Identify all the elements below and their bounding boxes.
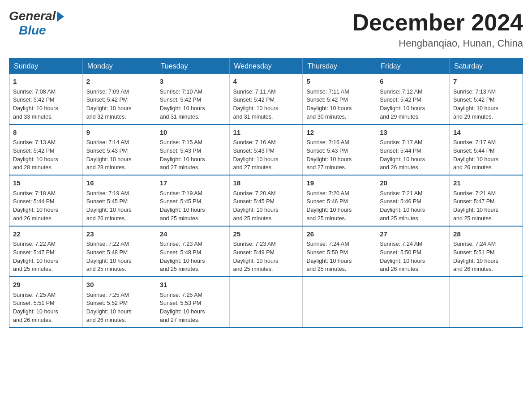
calendar-cell: 11Sunrise: 7:16 AM Sunset: 5:43 PM Dayli… [229,124,303,176]
day-info: Sunrise: 7:20 AM Sunset: 5:46 PM Dayligh… [306,189,372,223]
day-number: 4 [233,77,299,87]
location: Hengbanqiao, Hunan, China [352,38,523,49]
day-number: 23 [86,229,152,240]
day-info: Sunrise: 7:25 AM Sunset: 5:51 PM Dayligh… [13,291,79,325]
logo-general-text: General [9,9,56,23]
day-info: Sunrise: 7:13 AM Sunset: 5:42 PM Dayligh… [453,88,519,121]
day-number: 6 [380,77,446,87]
calendar-cell: 24Sunrise: 7:23 AM Sunset: 5:48 PM Dayli… [156,226,229,277]
day-number: 14 [453,128,519,138]
day-info: Sunrise: 7:24 AM Sunset: 5:50 PM Dayligh… [380,240,446,274]
day-number: 21 [453,178,519,188]
day-number: 7 [453,77,519,87]
day-info: Sunrise: 7:16 AM Sunset: 5:43 PM Dayligh… [306,138,372,172]
day-info: Sunrise: 7:10 AM Sunset: 5:42 PM Dayligh… [160,88,226,121]
day-number: 19 [306,178,372,188]
calendar-cell: 12Sunrise: 7:16 AM Sunset: 5:43 PM Dayli… [303,124,376,176]
day-number: 3 [160,77,226,87]
day-info: Sunrise: 7:24 AM Sunset: 5:51 PM Dayligh… [453,240,519,274]
calendar-cell: 30Sunrise: 7:25 AM Sunset: 5:52 PM Dayli… [82,277,156,327]
day-number: 27 [380,229,446,240]
calendar-cell: 10Sunrise: 7:15 AM Sunset: 5:43 PM Dayli… [156,124,229,176]
day-info: Sunrise: 7:25 AM Sunset: 5:52 PM Dayligh… [86,291,152,325]
calendar-header-tuesday: Tuesday [156,59,229,74]
calendar-header-monday: Monday [82,59,156,74]
calendar-cell: 3Sunrise: 7:10 AM Sunset: 5:42 PM Daylig… [156,74,229,124]
calendar-cell: 31Sunrise: 7:25 AM Sunset: 5:53 PM Dayli… [156,277,229,327]
day-info: Sunrise: 7:11 AM Sunset: 5:42 PM Dayligh… [306,88,372,121]
day-info: Sunrise: 7:21 AM Sunset: 5:47 PM Dayligh… [453,189,519,223]
calendar-cell: 19Sunrise: 7:20 AM Sunset: 5:46 PM Dayli… [303,175,376,226]
day-info: Sunrise: 7:21 AM Sunset: 5:46 PM Dayligh… [380,189,446,223]
calendar-cell: 20Sunrise: 7:21 AM Sunset: 5:46 PM Dayli… [376,175,450,226]
day-info: Sunrise: 7:17 AM Sunset: 5:44 PM Dayligh… [453,138,519,172]
day-number: 20 [380,178,446,188]
calendar-cell [229,277,303,327]
day-info: Sunrise: 7:20 AM Sunset: 5:45 PM Dayligh… [233,189,299,223]
calendar-header-friday: Friday [376,59,450,74]
day-info: Sunrise: 7:19 AM Sunset: 5:45 PM Dayligh… [160,189,226,223]
day-info: Sunrise: 7:24 AM Sunset: 5:50 PM Dayligh… [306,240,372,274]
day-info: Sunrise: 7:12 AM Sunset: 5:42 PM Dayligh… [380,88,446,121]
calendar-cell: 16Sunrise: 7:19 AM Sunset: 5:45 PM Dayli… [82,175,156,226]
logo: General Blue [9,9,64,38]
day-number: 12 [306,128,372,138]
day-info: Sunrise: 7:15 AM Sunset: 5:43 PM Dayligh… [160,138,226,172]
calendar-cell [376,277,450,327]
calendar-header-saturday: Saturday [450,59,523,74]
logo-blue-text: Blue [19,23,46,38]
calendar-cell: 13Sunrise: 7:17 AM Sunset: 5:44 PM Dayli… [376,124,450,176]
day-info: Sunrise: 7:17 AM Sunset: 5:44 PM Dayligh… [380,138,446,172]
calendar-header-thursday: Thursday [303,59,376,74]
calendar-cell: 2Sunrise: 7:09 AM Sunset: 5:42 PM Daylig… [82,74,156,124]
calendar-cell: 14Sunrise: 7:17 AM Sunset: 5:44 PM Dayli… [450,124,523,176]
calendar-cell: 1Sunrise: 7:08 AM Sunset: 5:42 PM Daylig… [9,74,83,124]
day-info: Sunrise: 7:25 AM Sunset: 5:53 PM Dayligh… [160,291,226,325]
calendar-cell: 6Sunrise: 7:12 AM Sunset: 5:42 PM Daylig… [376,74,450,124]
calendar-cell: 15Sunrise: 7:18 AM Sunset: 5:44 PM Dayli… [9,175,83,226]
day-info: Sunrise: 7:08 AM Sunset: 5:42 PM Dayligh… [13,88,79,121]
month-title: December 2024 [352,9,523,36]
calendar-header-sunday: Sunday [9,59,83,74]
calendar-cell: 17Sunrise: 7:19 AM Sunset: 5:45 PM Dayli… [156,175,229,226]
calendar-cell: 22Sunrise: 7:22 AM Sunset: 5:47 PM Dayli… [9,226,83,277]
day-info: Sunrise: 7:23 AM Sunset: 5:49 PM Dayligh… [233,240,299,274]
day-number: 13 [380,128,446,138]
calendar-cell: 4Sunrise: 7:11 AM Sunset: 5:42 PM Daylig… [229,74,303,124]
calendar-week-row: 1Sunrise: 7:08 AM Sunset: 5:42 PM Daylig… [9,74,523,124]
calendar-header-row: SundayMondayTuesdayWednesdayThursdayFrid… [9,59,523,74]
calendar-cell: 26Sunrise: 7:24 AM Sunset: 5:50 PM Dayli… [303,226,376,277]
day-info: Sunrise: 7:16 AM Sunset: 5:43 PM Dayligh… [233,138,299,172]
day-number: 15 [13,178,79,188]
calendar-cell: 7Sunrise: 7:13 AM Sunset: 5:42 PM Daylig… [450,74,523,124]
day-info: Sunrise: 7:19 AM Sunset: 5:45 PM Dayligh… [86,189,152,223]
calendar-cell: 18Sunrise: 7:20 AM Sunset: 5:45 PM Dayli… [229,175,303,226]
day-number: 5 [306,77,372,87]
calendar-cell: 25Sunrise: 7:23 AM Sunset: 5:49 PM Dayli… [229,226,303,277]
calendar-week-row: 8Sunrise: 7:13 AM Sunset: 5:42 PM Daylig… [9,124,523,176]
day-number: 30 [86,280,152,290]
calendar-week-row: 22Sunrise: 7:22 AM Sunset: 5:47 PM Dayli… [9,226,523,277]
day-info: Sunrise: 7:22 AM Sunset: 5:48 PM Dayligh… [86,240,152,274]
day-info: Sunrise: 7:11 AM Sunset: 5:42 PM Dayligh… [233,88,299,121]
day-number: 11 [233,128,299,138]
calendar-cell [450,277,523,327]
calendar-cell: 21Sunrise: 7:21 AM Sunset: 5:47 PM Dayli… [450,175,523,226]
calendar-cell: 9Sunrise: 7:14 AM Sunset: 5:43 PM Daylig… [82,124,156,176]
day-number: 28 [453,229,519,240]
day-info: Sunrise: 7:13 AM Sunset: 5:42 PM Dayligh… [13,138,79,172]
day-info: Sunrise: 7:23 AM Sunset: 5:48 PM Dayligh… [160,240,226,274]
calendar-cell: 5Sunrise: 7:11 AM Sunset: 5:42 PM Daylig… [303,74,376,124]
day-number: 17 [160,178,226,188]
day-number: 22 [13,229,79,240]
calendar-week-row: 15Sunrise: 7:18 AM Sunset: 5:44 PM Dayli… [9,175,523,226]
calendar-cell: 8Sunrise: 7:13 AM Sunset: 5:42 PM Daylig… [9,124,83,176]
page-header: General Blue December 2024 Hengbanqiao, … [9,9,523,49]
day-number: 2 [86,77,152,87]
day-number: 25 [233,229,299,240]
calendar-cell [303,277,376,327]
day-info: Sunrise: 7:18 AM Sunset: 5:44 PM Dayligh… [13,189,79,223]
calendar-table: SundayMondayTuesdayWednesdayThursdayFrid… [9,58,523,328]
day-number: 18 [233,178,299,188]
calendar-cell: 23Sunrise: 7:22 AM Sunset: 5:48 PM Dayli… [82,226,156,277]
